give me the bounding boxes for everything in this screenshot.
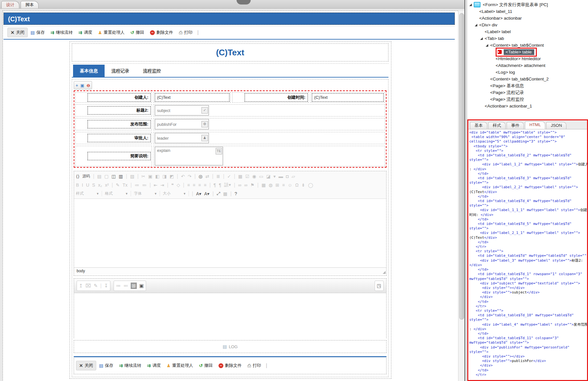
selected-table-widget[interactable]: 创建人: (C)Text 创建时间: (C)Text 标题2: subject … <box>74 90 387 168</box>
checkbox-icon[interactable]: ☑ <box>245 174 249 179</box>
blockquote-icon[interactable]: ❝ <box>171 182 174 188</box>
props-tab-JSON[interactable]: JSON <box>546 122 566 129</box>
tree-item-label_11[interactable]: <Label> label_11 <box>467 8 588 15</box>
imagebutton-icon[interactable]: ◘ <box>286 174 288 179</box>
image-view-icon[interactable]: ▣ <box>139 283 144 289</box>
tree-item-文件发行类审批表单 [PC][interactable]: <Form> 文件发行类审批表单 [PC] <box>467 1 588 8</box>
indent-icon[interactable]: ⇥ <box>160 182 164 188</box>
tree-item-table[interactable]: <Table> table <box>467 49 588 55</box>
删除文件-button[interactable]: −删除文件 <box>147 28 176 37</box>
paste-icon[interactable]: ◧ <box>155 174 160 179</box>
props-tab-事件[interactable]: 事件 <box>507 122 524 129</box>
source-icon[interactable]: ⟨⟩ <box>76 174 79 179</box>
tree-item-div[interactable]: <Div> div <box>467 22 588 28</box>
upload-icon[interactable]: ↥ <box>79 283 83 289</box>
align-center-icon[interactable]: ≡ <box>193 182 195 188</box>
tree-item-基本信息[interactable]: <Page> 基本信息 <box>467 82 588 89</box>
保存-button[interactable]: ▤保存 <box>96 361 116 370</box>
approver-field[interactable]: leader ♟ <box>155 133 209 143</box>
align-right-icon[interactable]: ≡ <box>198 182 201 188</box>
tree-item-tab_tab$Content_2[interactable]: <Content> tab_tab$Content_2 <box>467 76 588 82</box>
create-time-value[interactable]: (C)Text <box>312 93 384 102</box>
ordered-list-icon[interactable]: ≔ <box>135 182 139 188</box>
detail-view-icon[interactable]: ≕ <box>123 283 128 289</box>
subject-field[interactable]: subject ✓ <box>155 105 209 116</box>
删除文件-button[interactable]: −删除文件 <box>216 361 245 370</box>
language-icon[interactable]: 話▾ <box>224 182 231 188</box>
link-icon[interactable]: ∞ <box>238 182 241 188</box>
canvas-scrollbar[interactable] <box>458 11 464 381</box>
edit-icon[interactable]: ✎ <box>94 283 98 289</box>
tab-script[interactable]: 脚本 <box>21 1 39 8</box>
select-all-icon[interactable]: ≣ <box>216 174 220 179</box>
大小-dropdown[interactable]: 大小▼ <box>163 191 189 196</box>
expander-icon[interactable] <box>469 4 472 6</box>
radio-icon[interactable]: ◉ <box>252 174 256 179</box>
outdent-icon[interactable]: ⇤ <box>154 182 158 188</box>
tree-item-流程监控[interactable]: <Page> 流程监控 <box>467 96 588 103</box>
italic-icon[interactable]: I <box>82 182 83 188</box>
调度-button[interactable]: ⇉调度 <box>76 28 95 37</box>
image-icon[interactable]: ▦ <box>261 182 266 188</box>
select-icon[interactable]: ▾ <box>273 174 275 179</box>
html-code-view[interactable]: <div id="table" mwftype="table" style=""… <box>468 129 587 377</box>
resize-handle-icon[interactable] <box>383 271 386 274</box>
关闭-button[interactable]: ✕关闭 <box>7 28 28 37</box>
bold-icon[interactable]: B <box>76 182 79 188</box>
tree-item-流程记录[interactable]: <Page> 流程记录 <box>467 89 588 96</box>
iframe-icon[interactable]: ◯ <box>308 182 313 188</box>
copyformat-icon[interactable]: ✎ <box>116 182 120 188</box>
tree-item-htmleditor[interactable]: <Htmleditor> htmleditor <box>467 55 588 62</box>
form-tab-基本信息[interactable]: 基本信息 <box>73 65 105 77</box>
move-icon[interactable]: + <box>76 83 78 88</box>
align-justify-icon[interactable]: ≡ <box>204 182 206 188</box>
tree-item-actionbar[interactable]: <Actionbar> actionbar <box>467 15 588 22</box>
重置处理人-button[interactable]: ♟重置处理人 <box>95 28 127 37</box>
about-icon[interactable]: ? <box>235 191 237 196</box>
scrollbar-thumb[interactable] <box>459 13 464 320</box>
superscript-icon[interactable]: x² <box>105 182 109 188</box>
expander-icon[interactable] <box>475 24 477 26</box>
remove-widget-icon[interactable]: ⊖ <box>87 83 90 88</box>
maximize-icon[interactable]: ⤢ <box>217 191 220 196</box>
anchor-icon[interactable]: ⚑ <box>250 182 255 188</box>
list-view-icon[interactable]: ≔ <box>116 283 121 289</box>
show-blocks-icon[interactable]: ▩ <box>223 191 227 196</box>
保存-button[interactable]: ▤保存 <box>28 28 48 37</box>
props-tab-基本[interactable]: 基本 <box>470 122 487 129</box>
align-left-icon[interactable]: ≡ <box>187 182 190 188</box>
textfield-icon[interactable]: ▭ <box>259 174 263 179</box>
table-icon[interactable]: ⊞ <box>275 182 279 188</box>
字体-dropdown[interactable]: 字体▼ <box>134 191 160 196</box>
bg-color-icon[interactable]: A▾ <box>204 191 210 196</box>
调度-button[interactable]: ⇉调度 <box>144 361 164 370</box>
spellcheck-icon[interactable]: ✓ <box>227 174 231 179</box>
paste-word-icon[interactable]: ◩ <box>170 174 174 179</box>
form-tab-流程监控[interactable]: 流程监控 <box>136 65 168 77</box>
格式-dropdown[interactable]: 格式▼ <box>105 191 131 196</box>
bidi-rtl-icon[interactable]: ¶ <box>219 182 221 188</box>
tree-item-tab[interactable]: <Tab> tab <box>467 35 588 42</box>
redo-icon[interactable]: ↷ <box>188 174 191 179</box>
expander-icon[interactable] <box>486 44 488 47</box>
打印-button[interactable]: ⎙打印 <box>245 361 264 370</box>
重置处理人-button[interactable]: ♟重置处理人 <box>163 361 196 370</box>
样式-dropdown[interactable]: 样式▼ <box>76 191 102 196</box>
pagebreak-icon[interactable]: ⇟ <box>302 182 305 188</box>
source-label[interactable]: 源码 <box>82 173 90 179</box>
tree-item-log[interactable]: <Log> log <box>467 69 588 76</box>
cut-icon[interactable]: ✂ <box>142 174 145 179</box>
smiley-icon[interactable]: ☺ <box>288 182 292 188</box>
copy-icon[interactable]: ▣ <box>148 174 152 179</box>
publish-for-field[interactable]: publishFor ⚙ <box>155 119 209 129</box>
find-icon[interactable]: ◎ <box>199 174 202 179</box>
hiddenfield-icon[interactable]: ▱ <box>292 174 295 179</box>
div-icon[interactable]: ◇ <box>177 182 180 188</box>
selected-tree-label[interactable]: <Table> table <box>504 49 534 55</box>
text-color-icon[interactable]: A▾ <box>196 191 201 196</box>
print-icon[interactable]: ▥ <box>119 174 123 179</box>
继续流转-button[interactable]: ⇉继续流转 <box>116 361 144 370</box>
继续流转-button[interactable]: ⇉继续流转 <box>48 28 76 37</box>
log-widget[interactable]: ▤ LOG <box>74 340 387 353</box>
expander-icon[interactable] <box>480 37 483 40</box>
